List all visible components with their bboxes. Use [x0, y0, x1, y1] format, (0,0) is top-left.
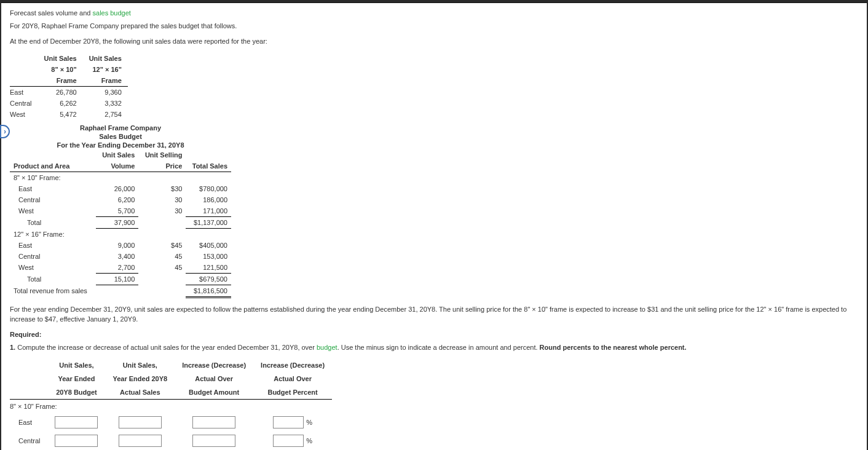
unit-sales-table: Unit Sales Unit Sales 8" × 10" 12" × 16"…: [10, 53, 128, 120]
document-page: › Forecast sales volume and sales budget…: [1, 2, 867, 450]
page-title: Forecast sales volume and sales budget: [10, 9, 858, 17]
answer-row: Central %: [10, 432, 332, 450]
table-row: Central 3,400 45 153,000: [10, 251, 231, 262]
intro-p2: At the end of December 20Y8, the followi…: [10, 37, 858, 46]
budget-input[interactable]: [55, 416, 98, 428]
us-col2-l1: Unit Sales: [83, 53, 128, 64]
title-green: sales budget: [93, 9, 131, 17]
required-label: Required:: [10, 331, 858, 338]
table-row: West 2,700 45 121,500: [10, 262, 231, 274]
actual-input[interactable]: [119, 416, 162, 428]
us-col2-l2: 12" × 16": [83, 64, 128, 75]
budget-input[interactable]: [55, 435, 98, 447]
table-row: Total 37,900 $1,137,000: [10, 216, 231, 228]
us-col2-l3: Frame: [83, 75, 128, 87]
requirement-1: 1. Compute the increase or decrease of a…: [10, 343, 858, 352]
table-row: Total 15,100 $679,500: [10, 273, 231, 285]
table-row: West 5,472 2,754: [10, 109, 128, 120]
answer-table: Unit Sales, Unit Sales, Increase (Decrea…: [10, 358, 332, 450]
amount-input[interactable]: [192, 416, 235, 428]
table-row: East 9,000 $45 $405,000: [10, 240, 231, 251]
percent-input[interactable]: [273, 416, 304, 428]
budget-table: Product and Area Unit Sales Unit Selling…: [10, 149, 231, 298]
intro-block: For 20Y8, Raphael Frame Company prepared…: [10, 22, 858, 47]
table-row: Total revenue from sales $1,816,500: [10, 285, 231, 297]
answer-row: East %: [10, 413, 332, 432]
expand-arrow-icon[interactable]: ›: [0, 125, 10, 138]
us-col1-l1: Unit Sales: [37, 53, 82, 64]
table-row: East 26,000 $30 $780,000: [10, 183, 231, 194]
actual-input[interactable]: [119, 435, 162, 447]
budget-section: Raphael Frame Company Sales Budget For t…: [10, 124, 858, 298]
budget-heading: Raphael Frame Company Sales Budget For t…: [10, 124, 231, 149]
table-row: East 26,780 9,360: [10, 86, 128, 98]
us-col1-l2: 8" × 10": [37, 64, 82, 75]
amount-input[interactable]: [192, 435, 235, 447]
table-row: Central 6,262 3,332: [10, 98, 128, 109]
us-col1-l3: Frame: [37, 75, 82, 87]
percent-input[interactable]: [273, 435, 304, 447]
intro-p1: For 20Y8, Raphael Frame Company prepared…: [10, 22, 858, 31]
narrative: For the year ending December 31, 20Y9, u…: [10, 304, 858, 325]
title-text: Forecast sales volume and: [10, 9, 93, 17]
table-row: West 5,700 30 171,000: [10, 205, 231, 217]
table-row: Central 6,200 30 186,000: [10, 194, 231, 205]
